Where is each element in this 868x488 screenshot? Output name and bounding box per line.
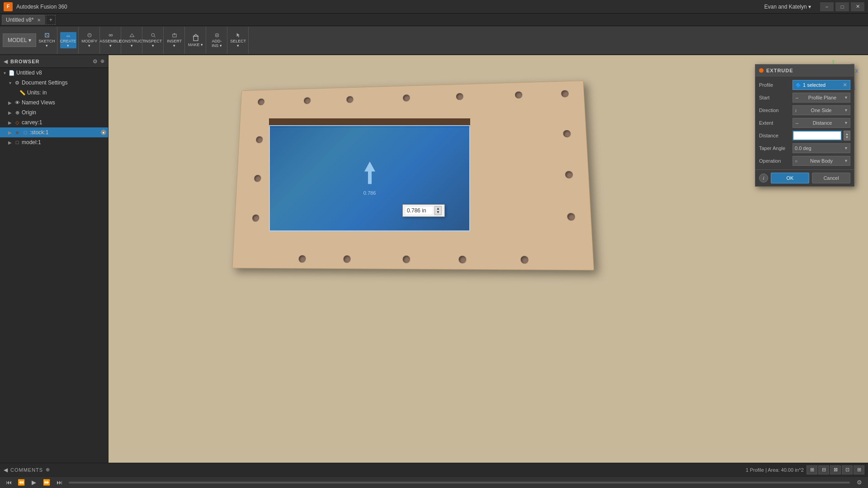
tab-label: Untitled v8* — [6, 17, 33, 23]
dialog-footer: i OK Cancel — [755, 169, 854, 186]
profile-clear-btn[interactable]: ✕ — [843, 82, 847, 88]
tree-label-origin: Origin — [22, 109, 106, 116]
view-btn-2[interactable]: ⊟ — [818, 465, 829, 474]
playback-end-btn[interactable]: ⏭ — [54, 478, 64, 487]
tree-item-carvey[interactable]: ▶ ◇ carvey:1 — [0, 117, 108, 127]
addins-btn[interactable]: ADD-INS ▾ — [209, 32, 225, 48]
extrude-btn[interactable]: CREATE ▾ — [60, 32, 76, 48]
tree-item-origin[interactable]: ▶ ⊕ Origin — [0, 108, 108, 117]
comments-collapse-icon[interactable]: ◀ — [4, 467, 8, 473]
inspect-group: INSPECT ▾ — [143, 27, 164, 54]
tree-item-docsettings[interactable]: ▾ ⚙ Document Settings — [0, 78, 108, 88]
dim-spinner-btn[interactable]: ▲ ▼ — [434, 206, 442, 215]
tree-icon-namedviews: 👁 — [14, 99, 21, 106]
operation-icon: ○ — [795, 159, 797, 164]
hole — [520, 256, 528, 263]
user-info[interactable]: Evan and Katelyn ▾ — [764, 4, 811, 10]
view-btn-1[interactable]: ⊞ — [807, 465, 817, 474]
playback-settings-btn[interactable]: ⚙ — [854, 478, 864, 487]
playback-back-btn[interactable]: ⏪ — [16, 478, 26, 487]
start-dropdown[interactable]: ↔ Profile Plane ▼ — [793, 93, 850, 103]
tree-item-units[interactable]: 📏 Units: in — [0, 88, 108, 98]
mode-button[interactable]: MODEL ▾ — [3, 33, 36, 47]
tree-arrow: ▾ — [2, 70, 7, 75]
modify-group: MODIFY ▾ — [80, 27, 100, 54]
browser-collapse-btn[interactable]: ◀ — [4, 58, 8, 65]
extent-icon: ↔ — [795, 121, 799, 126]
modify-btn[interactable]: MODIFY ▾ — [81, 32, 98, 48]
tab-untitled[interactable]: Untitled v8* ✕ — [2, 15, 45, 25]
minimize-button[interactable]: − — [820, 2, 834, 11]
cancel-button[interactable]: Cancel — [812, 173, 850, 183]
hole — [403, 94, 410, 102]
direction-dropdown[interactable]: ↕ One Side ▼ — [793, 105, 850, 115]
assemble-btn[interactable]: ASSEMBLE ▾ — [103, 32, 119, 48]
tree-item-stock[interactable]: ▶ ■ □ :stock:1 ● — [0, 127, 108, 137]
extent-dropdown[interactable]: ↔ Distance ▼ — [793, 118, 850, 128]
taper-angle-label: Taper Angle — [759, 145, 791, 151]
ok-button[interactable]: OK — [771, 173, 809, 183]
profile-value[interactable]: 🔷 1 selected ✕ — [793, 80, 850, 90]
hole — [343, 255, 350, 263]
inspect-btn[interactable]: INSPECT ▾ — [145, 32, 161, 48]
distance-row: Distance ▲ ▼ — [759, 131, 850, 141]
tree-icon-docsettings: ⚙ — [14, 79, 21, 86]
3d-view[interactable]: 0.786 ▲ ▼ FRONT X Y — [108, 55, 868, 463]
hole — [304, 97, 311, 104]
info-button[interactable]: i — [759, 174, 768, 183]
browser-header: ◀ BROWSER ⚙ ⊕ — [0, 55, 108, 68]
distance-input-wrapper[interactable] — [793, 131, 842, 141]
status-text: 1 Profile | Area: 40.00 in^2 — [746, 467, 804, 473]
tree-badge-stock: ● — [101, 130, 106, 135]
tab-bar: Untitled v8* ✕ + — [0, 14, 868, 26]
tab-add-button[interactable]: + — [46, 15, 56, 25]
tree-icon-model: □ — [14, 139, 21, 146]
browser-expand-btn[interactable]: ⊕ — [100, 58, 104, 64]
view-btn-5[interactable]: ⊞ — [854, 465, 864, 474]
taper-angle-input[interactable]: 0.0 deg ▼ — [793, 143, 850, 153]
tree-label-stock: :stock:1 — [30, 129, 100, 136]
direction-dd-arrow: ▼ — [844, 108, 848, 113]
tree-item-namedviews[interactable]: ▶ 👁 Named Views — [0, 98, 108, 108]
timeline-bar[interactable] — [69, 482, 850, 483]
operation-value: New Body — [810, 158, 833, 164]
insert-btn[interactable]: INSERT ▾ — [166, 32, 183, 48]
start-icon: ↔ — [795, 95, 799, 100]
tree-item-root[interactable]: ▾ 📄 Untitled v8 — [0, 68, 108, 78]
distance-input[interactable] — [795, 133, 839, 138]
app-name: Autodesk Fusion 360 — [16, 4, 67, 10]
hole — [346, 96, 353, 103]
start-value: Profile Plane — [808, 95, 836, 100]
tree-label-units: Units: in — [27, 89, 106, 96]
playback-forward-btn[interactable]: ⏩ — [42, 478, 52, 487]
dimension-input-float[interactable]: ▲ ▼ — [402, 204, 445, 217]
distance-spinner[interactable]: ▲ ▼ — [844, 131, 850, 141]
view-btn-4[interactable]: ⊡ — [842, 465, 853, 474]
browser-title: BROWSER — [10, 59, 39, 64]
main-area: ◀ BROWSER ⚙ ⊕ ▾ 📄 Untitled v8 ▾ ⚙ Docume… — [0, 55, 868, 463]
comments-expand-btn[interactable]: ⊕ — [46, 467, 50, 473]
maximize-button[interactable]: □ — [835, 2, 849, 11]
sketch-btn[interactable]: SKETCH ▾ — [39, 32, 55, 48]
dim-value-input[interactable] — [406, 207, 433, 214]
playback-play-btn[interactable]: ▶ — [29, 478, 39, 487]
tree-item-model[interactable]: ▶ □ model:1 — [0, 137, 108, 147]
tab-close-btn[interactable]: ✕ — [37, 18, 41, 23]
hole — [258, 99, 264, 105]
tree-arrow-model: ▶ — [7, 140, 13, 145]
tree-label-model: model:1 — [22, 139, 106, 145]
make-btn[interactable]: MAKE ▾ — [188, 32, 204, 48]
construct-btn[interactable]: CONSTRUCT ▾ — [124, 32, 140, 48]
browser-settings-btn[interactable]: ⚙ — [93, 58, 98, 65]
viewport-area[interactable]: 0.786 ▲ ▼ FRONT X Y — [108, 55, 868, 463]
tree-arrow-namedviews: ▶ — [7, 100, 13, 105]
start-label: Start — [759, 95, 791, 100]
hole — [403, 256, 410, 263]
select-btn[interactable]: SELECT ▾ — [230, 32, 246, 48]
direction-label: Direction — [759, 108, 791, 113]
view-btn-3[interactable]: ⊠ — [830, 465, 841, 474]
svg-marker-16 — [236, 33, 240, 37]
operation-dropdown[interactable]: ○ New Body ▼ — [793, 156, 850, 166]
playback-start-btn[interactable]: ⏮ — [4, 478, 14, 487]
close-button[interactable]: ✕ — [851, 2, 864, 11]
